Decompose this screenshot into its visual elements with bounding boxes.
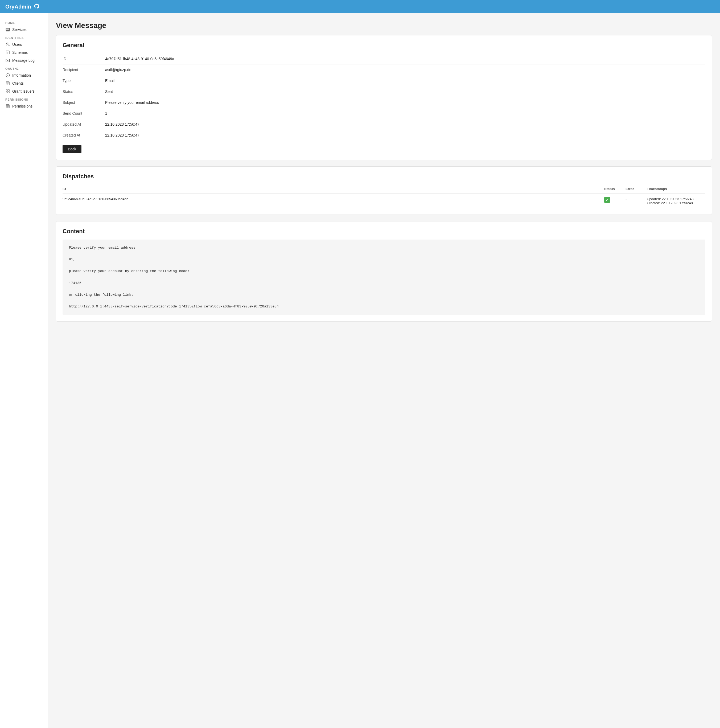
message-log-icon (5, 58, 10, 63)
page-title: View Message (56, 21, 712, 30)
sidebar-item-services[interactable]: Services (0, 26, 47, 34)
svg-rect-0 (6, 28, 9, 29)
svg-rect-1 (6, 29, 9, 30)
app-header: OryAdmin (0, 0, 720, 13)
table-row: Updated At22.10.2023 17:56:47 (63, 119, 705, 130)
sidebar-item-label-clients: Clients (12, 81, 24, 86)
content-body: Please verify your email address Hi, ple… (63, 240, 705, 315)
table-row: TypeEmail (63, 75, 705, 86)
sidebar-item-label-permissions: Permissions (12, 104, 32, 109)
dispatch-id: 9b9c4b6b-c9d0-4e2e-9130-6854369ad4bb (63, 194, 604, 208)
table-row: 9b9c4b6b-c9d0-4e2e-9130-6854369ad4bb ✓ -… (63, 194, 705, 208)
sidebar-section-oauth2: OAUTH2 Information Clients Grant Issuers (0, 64, 47, 95)
field-value: 4a797d51-fb48-4c48-9140-0e5a59f4649a (105, 54, 705, 64)
dispatches-card: Dispatches ID Status Error Timestamps 9b… (56, 166, 712, 215)
sidebar-section-label-home: HOME (0, 18, 47, 26)
sidebar-item-label-message-log: Message Log (12, 58, 35, 63)
svg-rect-17 (6, 92, 8, 93)
sidebar-section-label-permissions: PERMISSIONS (0, 95, 47, 102)
sidebar-section-label-identities: IDENTITIES (0, 34, 47, 40)
github-icon[interactable] (34, 3, 40, 11)
field-value: Email (105, 75, 705, 86)
sidebar-item-grant-issuers[interactable]: Grant Issuers (0, 87, 47, 95)
table-row: Recipientasdf@rgiuzp.de (63, 64, 705, 75)
sidebar-item-users[interactable]: Users (0, 40, 47, 49)
table-row: SubjectPlease verify your email address (63, 97, 705, 108)
field-value: asdf@rgiuzp.de (105, 64, 705, 75)
main-content: View Message General ID4a797d51-fb48-4c4… (48, 13, 720, 728)
sidebar-item-clients[interactable]: Clients (0, 80, 47, 87)
information-icon (5, 73, 10, 78)
dispatches-col-status: Status (604, 185, 625, 194)
dispatches-col-id: ID (63, 185, 604, 194)
content-section-title: Content (63, 228, 705, 235)
field-label: Updated At (63, 119, 105, 130)
field-label: Created At (63, 130, 105, 141)
dispatches-col-timestamps: Timestamps (647, 185, 705, 194)
svg-rect-19 (6, 105, 9, 108)
general-card: General ID4a797d51-fb48-4c48-9140-0e5a59… (56, 35, 712, 160)
general-section-title: General (63, 42, 705, 49)
sidebar-section-permissions: PERMISSIONS Permissions (0, 95, 47, 110)
clients-icon (5, 81, 10, 86)
svg-rect-16 (8, 90, 9, 91)
dispatches-section-title: Dispatches (63, 173, 705, 180)
sidebar-item-schemas[interactable]: Schemas (0, 49, 47, 57)
sidebar-item-label-services: Services (12, 28, 27, 32)
table-row: ID4a797d51-fb48-4c48-9140-0e5a59f4649a (63, 54, 705, 64)
dispatch-error: - (625, 194, 647, 208)
field-value: Sent (105, 86, 705, 97)
sidebar-item-label-information: Information (12, 73, 31, 78)
schemas-icon (5, 50, 10, 55)
svg-rect-11 (6, 82, 9, 85)
sidebar-item-message-log[interactable]: Message Log (0, 57, 47, 64)
field-label: Type (63, 75, 105, 86)
field-label: Recipient (63, 64, 105, 75)
table-row: Send Count1 (63, 108, 705, 119)
dispatch-status: ✓ (604, 194, 625, 208)
sidebar-item-label-grant-issuers: Grant Issuers (12, 89, 35, 93)
field-label: Subject (63, 97, 105, 108)
field-value: 22.10.2023 17:56:47 (105, 119, 705, 130)
sidebar-item-label-users: Users (12, 42, 22, 47)
permissions-icon (5, 104, 10, 109)
grant-issuers-icon (5, 89, 10, 93)
svg-rect-2 (6, 31, 9, 31)
back-button[interactable]: Back (63, 145, 81, 153)
svg-rect-15 (6, 90, 8, 91)
field-value: 1 (105, 108, 705, 119)
services-icon (5, 28, 10, 32)
sidebar-item-permissions[interactable]: Permissions (0, 102, 47, 110)
dispatch-timestamps: Updated: 22.10.2023 17:56:48Created: 22.… (647, 194, 705, 208)
field-label: Send Count (63, 108, 105, 119)
svg-rect-18 (8, 92, 9, 93)
table-row: StatusSent (63, 86, 705, 97)
dispatches-table: ID Status Error Timestamps 9b9c4b6b-c9d0… (63, 185, 705, 208)
sidebar-item-information[interactable]: Information (0, 71, 47, 80)
sidebar-item-label-schemas: Schemas (12, 50, 28, 55)
table-row: Created At22.10.2023 17:56:47 (63, 130, 705, 141)
sidebar-section-label-oauth2: OAUTH2 (0, 64, 47, 71)
sidebar-section-identities: IDENTITIES Users Schemas Message Log (0, 34, 47, 64)
app-title: OryAdmin (5, 4, 31, 10)
field-label: Status (63, 86, 105, 97)
sidebar-section-home: HOME Services (0, 18, 47, 34)
svg-rect-4 (6, 51, 9, 54)
sidebar: HOME Services IDENTITIES Users Schema (0, 13, 48, 728)
general-info-table: ID4a797d51-fb48-4c48-9140-0e5a59f4649aRe… (63, 54, 705, 141)
field-label: ID (63, 54, 105, 64)
status-ok-icon: ✓ (604, 197, 610, 203)
field-value: 22.10.2023 17:56:47 (105, 130, 705, 141)
users-icon (5, 42, 10, 47)
svg-point-3 (6, 43, 8, 44)
dispatches-col-error: Error (625, 185, 647, 194)
content-card: Content Please verify your email address… (56, 221, 712, 321)
field-value: Please verify your email address (105, 97, 705, 108)
